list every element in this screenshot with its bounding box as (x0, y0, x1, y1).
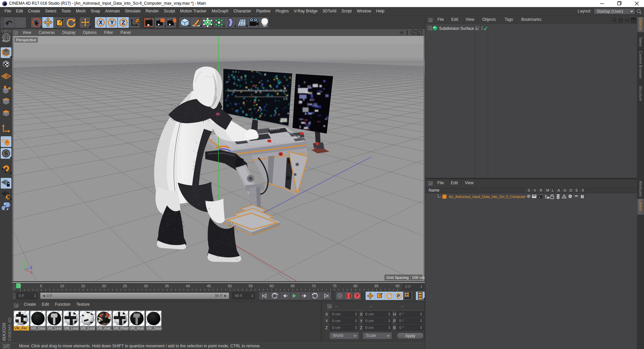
svg-text:?: ? (356, 293, 359, 298)
svg-text:90: 90 (395, 284, 399, 288)
svg-text:70: 70 (312, 284, 316, 288)
svg-text:VR_Leat: VR_Leat (47, 326, 62, 330)
svg-text:VR_mat_: VR_mat_ (97, 326, 113, 330)
svg-text:Y: Y (23, 260, 26, 263)
svg-text:20: 20 (102, 284, 106, 288)
svg-text:VR_Stain: VR_Stain (147, 326, 162, 330)
svg-text:50: 50 (228, 284, 232, 288)
svg-text:55: 55 (249, 284, 253, 288)
svg-text:45: 45 (207, 284, 211, 288)
svg-text:60: 60 (270, 284, 274, 288)
svg-text:Z: Z (122, 20, 125, 26)
svg-text:VR_Glas: VR_Glas (31, 326, 46, 330)
svg-text:85: 85 (374, 284, 378, 288)
svg-text:VR_Leat: VR_Leat (80, 326, 95, 330)
svg-text:Y: Y (110, 20, 114, 26)
svg-text:5: 5 (40, 284, 42, 288)
svg-text:VR_Rub: VR_Rub (130, 326, 144, 330)
svg-text:CINEMA 4D: CINEMA 4D (7, 317, 12, 341)
svg-text:65: 65 (290, 284, 294, 288)
svg-text:S: S (4, 150, 8, 157)
svg-text:25: 25 (123, 284, 127, 288)
svg-text:10: 10 (60, 284, 64, 288)
svg-text:VR_Plast: VR_Plast (113, 326, 129, 330)
svg-text:40: 40 (186, 284, 190, 288)
svg-text:VR_FH: VR_FH (14, 326, 26, 330)
svg-text:30: 30 (144, 284, 148, 288)
svg-text:MAXON: MAXON (1, 323, 7, 341)
svg-text:35: 35 (165, 284, 169, 288)
svg-text:0: 0 (19, 284, 21, 288)
svg-text:Z: Z (30, 266, 32, 269)
svg-text:P: P (397, 294, 400, 298)
svg-text:Grid Spacing : 100 cm: Grid Spacing : 100 cm (386, 276, 425, 280)
svg-text:15: 15 (81, 284, 85, 288)
svg-text:80: 80 (354, 284, 358, 288)
svg-text:X: X (99, 20, 103, 26)
svg-text:75: 75 (332, 284, 336, 288)
svg-text:VR_Leat: VR_Leat (64, 326, 78, 330)
svg-text:X: X (30, 271, 33, 275)
